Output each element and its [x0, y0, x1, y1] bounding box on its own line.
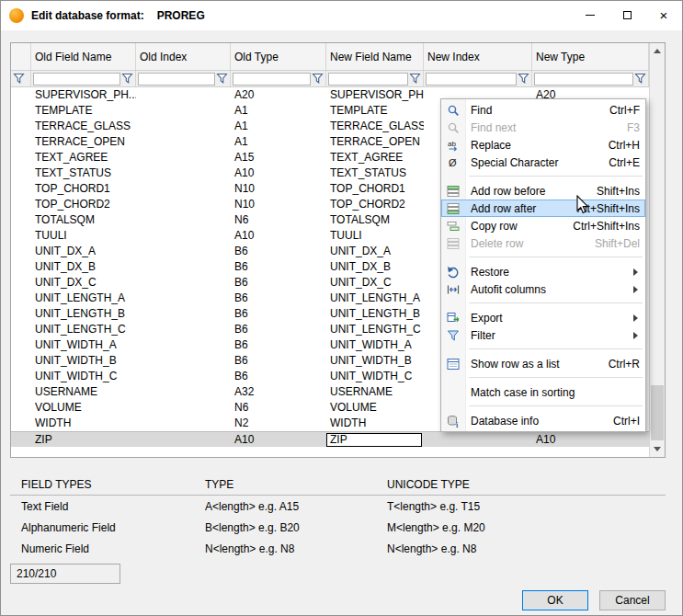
menu-item-autofit-columns[interactable]: Autofit columns: [441, 280, 645, 298]
vertical-scrollbar[interactable]: [649, 43, 665, 457]
cell-old-field-name[interactable]: TEXT_AGREE: [31, 150, 136, 165]
cell-old-type[interactable]: A10: [231, 165, 326, 181]
cell-old-type[interactable]: B6: [231, 244, 326, 259]
filter-funnel-icon[interactable]: [409, 73, 421, 85]
table-row-selected[interactable]: ZIP A10 ZIP A10: [11, 431, 649, 447]
cell-old-type[interactable]: A1: [231, 134, 326, 150]
cell-old-index[interactable]: [136, 353, 231, 369]
column-header-new-index[interactable]: New Index: [424, 43, 532, 70]
cancel-button[interactable]: Cancel: [599, 590, 666, 610]
cell-old-field-name[interactable]: UNIT_DX_C: [31, 275, 136, 291]
cell-old-type[interactable]: B6: [231, 337, 326, 353]
cell-old-field-name[interactable]: TEMPLATE: [31, 103, 136, 119]
menu-item-add-row-after[interactable]: Add row after Alt+Shift+Ins: [441, 200, 645, 217]
menu-item-find[interactable]: Find Ctrl+F: [441, 101, 645, 119]
cell-new-field-name[interactable]: UNIT_DX_A: [326, 244, 424, 259]
cell-new-field-name[interactable]: UNIT_LENGTH_A: [326, 291, 424, 306]
cell-new-field-name[interactable]: TOP_CHORD2: [326, 197, 424, 212]
cell-old-field-name[interactable]: UNIT_LENGTH_B: [31, 306, 136, 322]
cell-new-field-name[interactable]: TERRACE_GLASS: [326, 119, 424, 134]
cell-new-field-name[interactable]: TEXT_STATUS: [326, 165, 424, 181]
cell-new-field-name[interactable]: TEMPLATE: [326, 103, 424, 119]
cell-old-field-name[interactable]: UNIT_LENGTH_A: [31, 291, 136, 306]
cell-new-field-name[interactable]: TOTALSQM: [326, 212, 424, 228]
menu-item-show-row-as-list[interactable]: Show row as a list Ctrl+R: [441, 355, 645, 372]
cell-old-field-name[interactable]: TOP_CHORD2: [31, 197, 136, 212]
cell-new-field-name[interactable]: UNIT_LENGTH_B: [326, 306, 424, 322]
cell-new-field-name[interactable]: UNIT_DX_C: [326, 275, 424, 291]
close-button[interactable]: ×: [645, 1, 682, 29]
cell-new-field-name[interactable]: TUULI: [326, 228, 424, 244]
menu-item-add-row-before[interactable]: Add row before Shift+Ins: [441, 182, 645, 200]
cell-old-field-name[interactable]: UNIT_DX_B: [31, 259, 136, 275]
cell-old-index[interactable]: [136, 87, 231, 103]
filter-funnel-icon[interactable]: [634, 73, 646, 85]
cell-old-type[interactable]: A15: [231, 150, 326, 165]
cell-new-field-name[interactable]: USERNAME: [326, 384, 424, 400]
cell-old-index[interactable]: [136, 275, 231, 291]
cell-edit-input[interactable]: ZIP: [326, 433, 422, 447]
cell-old-type[interactable]: N6: [231, 400, 326, 416]
cell-old-index[interactable]: [136, 259, 231, 275]
scroll-down-button[interactable]: [650, 441, 665, 457]
cell-old-field-name[interactable]: TERRACE_OPEN: [31, 134, 136, 150]
cell-old-field-name[interactable]: TERRACE_GLASS: [31, 119, 136, 134]
cell-old-index[interactable]: [136, 181, 231, 197]
cell-old-index[interactable]: [136, 197, 231, 212]
cell-new-field-name[interactable]: TERRACE_OPEN: [326, 134, 424, 150]
cell-old-index[interactable]: [136, 306, 231, 322]
filter-input-new-type[interactable]: [534, 73, 633, 86]
cell-old-index[interactable]: [136, 212, 231, 228]
menu-item-find-next[interactable]: Find next F3: [441, 119, 645, 136]
cell-old-index[interactable]: [136, 400, 231, 416]
cell-old-field-name[interactable]: TOP_CHORD1: [31, 181, 136, 197]
cell-old-index[interactable]: [136, 432, 231, 447]
cell-new-field-name[interactable]: UNIT_WIDTH_C: [326, 369, 424, 384]
cell-old-type[interactable]: B6: [231, 353, 326, 369]
cell-old-field-name[interactable]: TUULI: [31, 228, 136, 244]
menu-item-copy-row[interactable]: Copy row Ctrl+Shift+Ins: [441, 217, 645, 234]
menu-item-database-info[interactable]: i Database info Ctrl+I: [441, 412, 645, 429]
cell-old-index[interactable]: [136, 369, 231, 384]
cell-old-index[interactable]: [136, 228, 231, 244]
cell-old-type[interactable]: A10: [231, 228, 326, 244]
filter-funnel-icon[interactable]: [518, 73, 529, 85]
cell-old-type[interactable]: B6: [231, 369, 326, 384]
cell-old-field-name[interactable]: UNIT_LENGTH_C: [31, 322, 136, 337]
cell-old-field-name[interactable]: WIDTH: [31, 416, 136, 431]
cell-new-field-name[interactable]: VOLUME: [326, 400, 424, 416]
cell-old-type[interactable]: B6: [231, 322, 326, 337]
cell-old-type[interactable]: B6: [231, 259, 326, 275]
cell-old-index[interactable]: [136, 165, 231, 181]
cell-new-field-name[interactable]: SUPERVISOR_PH...: [326, 87, 424, 103]
cell-old-index[interactable]: [136, 150, 231, 165]
cell-new-type[interactable]: A10: [532, 432, 649, 447]
cell-old-type[interactable]: B6: [231, 306, 326, 322]
filter-input-new-index[interactable]: [426, 73, 517, 86]
column-header-new-field-name[interactable]: New Field Name: [326, 43, 424, 70]
cell-old-type[interactable]: B6: [231, 275, 326, 291]
filter-input-old-field-name[interactable]: [33, 73, 120, 86]
column-header-old-index[interactable]: Old Index: [136, 43, 231, 70]
cell-new-field-name[interactable]: UNIT_WIDTH_B: [326, 353, 424, 369]
ok-button[interactable]: OK: [522, 590, 588, 610]
filter-funnel-icon[interactable]: [121, 73, 133, 85]
menu-item-export[interactable]: Export: [441, 309, 645, 326]
cell-old-field-name[interactable]: VOLUME: [31, 400, 136, 416]
column-header-old-field-name[interactable]: Old Field Name: [31, 43, 136, 70]
filter-input-old-index[interactable]: [138, 73, 215, 86]
cell-old-field-name[interactable]: USERNAME: [31, 384, 136, 400]
minimize-button[interactable]: [572, 1, 609, 29]
cell-new-field-name[interactable]: UNIT_DX_B: [326, 259, 424, 275]
cell-old-index[interactable]: [136, 134, 231, 150]
cell-old-field-name[interactable]: UNIT_WIDTH_A: [31, 337, 136, 353]
cell-old-type[interactable]: A1: [231, 103, 326, 119]
cell-old-field-name[interactable]: TOTALSQM: [31, 212, 136, 228]
cell-old-type[interactable]: A32: [231, 384, 326, 400]
cell-old-type[interactable]: A20: [231, 87, 326, 103]
cell-old-index[interactable]: [136, 103, 231, 119]
cell-old-index[interactable]: [136, 119, 231, 134]
cell-old-index[interactable]: [136, 416, 231, 431]
cell-new-index[interactable]: [424, 432, 532, 447]
column-header-old-type[interactable]: Old Type: [231, 43, 326, 70]
